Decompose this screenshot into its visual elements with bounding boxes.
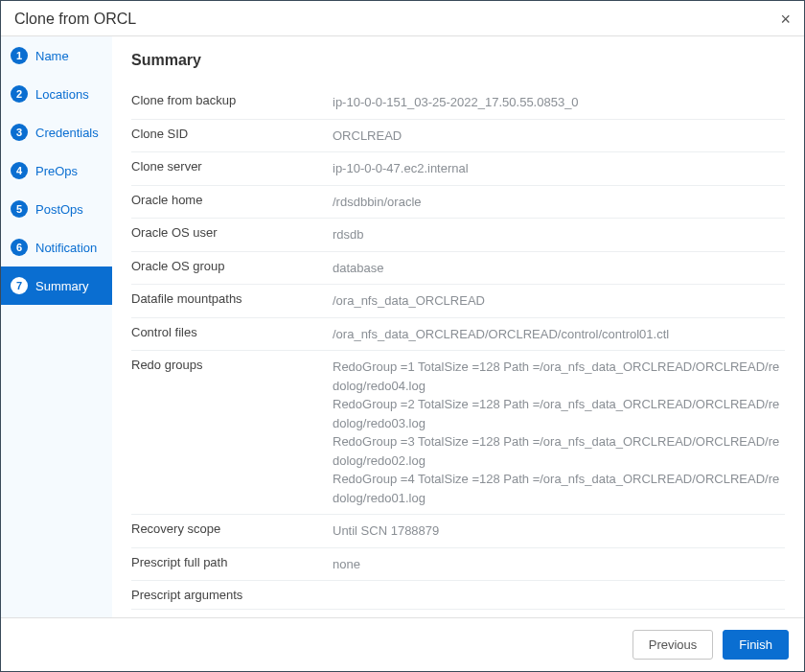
- close-icon[interactable]: ×: [780, 11, 791, 28]
- summary-row: Oracle OS userrdsdb: [131, 219, 785, 252]
- row-label: Prescript arguments: [131, 588, 333, 602]
- row-label: Oracle home: [131, 193, 333, 207]
- row-value: /ora_nfs_data_ORCLREAD: [333, 291, 785, 311]
- row-value-line: RedoGroup =2 TotalSize =128 Path =/ora_n…: [333, 395, 785, 432]
- row-label: Prescript full path: [131, 555, 333, 569]
- row-value: rdsdb: [333, 225, 785, 244]
- step-label: Summary: [35, 279, 89, 293]
- step-number-badge: 7: [11, 277, 28, 294]
- wizard-step-notification[interactable]: 6Notification: [1, 228, 112, 266]
- row-label: Oracle OS user: [131, 225, 333, 240]
- row-label: Control files: [131, 325, 333, 339]
- summary-panel: Summary Clone from backupip-10-0-0-151_0…: [112, 36, 804, 617]
- summary-row: Clone SIDORCLREAD: [131, 120, 785, 153]
- row-value-line: RedoGroup =3 TotalSize =128 Path =/ora_n…: [333, 432, 785, 470]
- panel-heading: Summary: [131, 52, 785, 69]
- row-value: /rdsdbbin/oracle: [333, 193, 785, 212]
- row-value: Until SCN 1788879: [333, 521, 785, 541]
- step-label: Locations: [35, 87, 89, 102]
- summary-row: Control files/ora_nfs_data_ORCLREAD/ORCL…: [131, 318, 785, 352]
- row-label: Recovery scope: [131, 521, 333, 536]
- summary-row: Prescript full pathnone: [131, 548, 785, 582]
- summary-row: Recovery scopeUntil SCN 1788879: [131, 515, 785, 548]
- wizard-step-name[interactable]: 1Name: [1, 36, 112, 75]
- dialog-body: 1Name2Locations3Credentials4PreOps5PostO…: [1, 36, 804, 617]
- step-number-badge: 4: [11, 162, 28, 179]
- summary-rows: Clone from backupip-10-0-0-151_03-25-202…: [131, 86, 785, 617]
- row-value: none: [333, 555, 785, 574]
- dialog-footer: Previous Finish: [1, 617, 804, 671]
- step-label: Credentials: [35, 126, 99, 140]
- row-label: Redo groups: [131, 358, 333, 372]
- summary-row: Oracle home/rdsdbbin/oracle: [131, 186, 785, 220]
- summary-row: Datafile mountpaths/ora_nfs_data_ORCLREA…: [131, 285, 785, 318]
- wizard-step-credentials[interactable]: 3Credentials: [1, 113, 112, 151]
- step-label: PreOps: [35, 164, 78, 178]
- summary-row: Prescript arguments: [131, 581, 785, 610]
- row-value: ip-10-0-0-47.ec2.internal: [333, 159, 785, 178]
- step-number-badge: 3: [11, 124, 28, 141]
- step-number-badge: 5: [11, 200, 28, 218]
- previous-button[interactable]: Previous: [632, 630, 714, 660]
- summary-row: Clone serverip-10-0-0-47.ec2.internal: [131, 152, 785, 186]
- row-label: Clone SID: [131, 127, 333, 141]
- wizard-step-locations[interactable]: 2Locations: [1, 75, 112, 113]
- row-value: RedoGroup =1 TotalSize =128 Path =/ora_n…: [333, 358, 785, 507]
- wizard-step-postops[interactable]: 5PostOps: [1, 190, 112, 228]
- row-label: Clone server: [131, 159, 333, 174]
- wizard-step-summary[interactable]: 7Summary: [1, 266, 112, 305]
- step-label: PostOps: [35, 202, 83, 217]
- row-value-line: RedoGroup =4 TotalSize =128 Path =/ora_n…: [333, 470, 785, 507]
- step-number-badge: 2: [11, 85, 28, 103]
- wizard-step-preops[interactable]: 4PreOps: [1, 151, 112, 190]
- step-number-badge: 1: [11, 47, 28, 64]
- row-value: ORCLREAD: [333, 127, 785, 146]
- step-label: Name: [35, 49, 69, 63]
- row-value-line: RedoGroup =1 TotalSize =128 Path =/ora_n…: [333, 358, 785, 395]
- wizard-sidebar: 1Name2Locations3Credentials4PreOps5PostO…: [1, 36, 112, 617]
- row-value: ip-10-0-0-151_03-25-2022_17.50.55.0853_0: [333, 93, 785, 112]
- row-label: Datafile mountpaths: [131, 291, 333, 306]
- summary-row: Clone from backupip-10-0-0-151_03-25-202…: [131, 86, 785, 120]
- titlebar: Clone from ORCL ×: [1, 1, 804, 36]
- summary-row: Postscript full pathnone: [131, 610, 785, 617]
- row-label: Oracle OS group: [131, 259, 333, 273]
- summary-row: Oracle OS groupdatabase: [131, 252, 785, 286]
- step-label: Notification: [35, 241, 97, 255]
- row-value: /ora_nfs_data_ORCLREAD/ORCLREAD/control/…: [333, 325, 785, 344]
- row-label: Clone from backup: [131, 93, 333, 107]
- summary-row: Redo groupsRedoGroup =1 TotalSize =128 P…: [131, 351, 785, 515]
- step-number-badge: 6: [11, 239, 28, 256]
- dialog-title: Clone from ORCL: [14, 11, 136, 28]
- finish-button[interactable]: Finish: [723, 630, 789, 660]
- row-value: database: [333, 259, 785, 278]
